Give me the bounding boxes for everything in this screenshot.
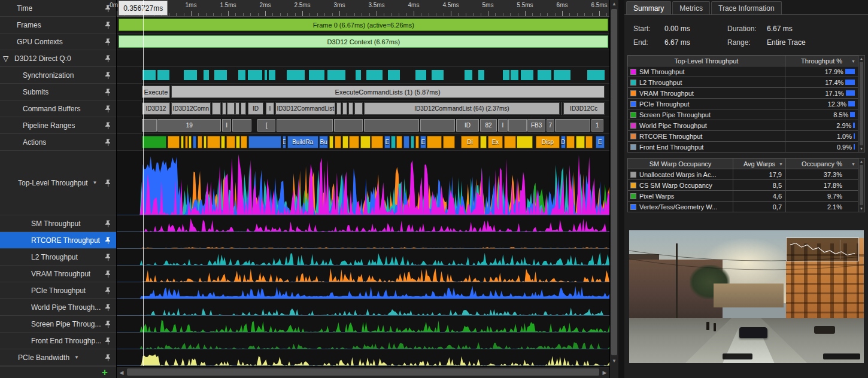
table-scroll-thumb[interactable] [860, 165, 863, 205]
act-segment[interactable] [185, 136, 188, 148]
pipe-segment[interactable] [508, 119, 526, 132]
pipe-segment[interactable]: 82 [480, 119, 497, 132]
act-segment[interactable] [241, 136, 247, 148]
act-segment[interactable] [226, 136, 235, 148]
vram-throughput-chart[interactable] [117, 266, 609, 282]
cmd-segment[interactable]: ID3D12CommandList (64) (2.37ms) [364, 102, 560, 115]
throughput-row[interactable]: VRAM Throughput17.1% [628, 88, 858, 99]
occupancy-row[interactable]: Unallocated Warps in Ac...17,937.3% [628, 169, 858, 180]
throughput-row[interactable]: Front End Throughput0.9% [628, 142, 858, 153]
throughput-table-col1-header[interactable]: Top-Level Throughput [628, 56, 785, 66]
dropdown-caret-icon[interactable]: ▼ [93, 180, 98, 185]
act-segment[interactable] [335, 136, 342, 148]
cmd-segment[interactable] [222, 102, 226, 115]
vertical-scroll-thumb[interactable] [611, 9, 617, 355]
pin-icon[interactable] [105, 236, 111, 244]
sync-range[interactable] [157, 70, 169, 80]
add-metric-button[interactable]: + [102, 367, 108, 377]
pin-icon[interactable] [105, 353, 111, 361]
tab-metrics[interactable]: Metrics [672, 1, 710, 14]
sidebar-item-pipeline-ranges[interactable]: Pipeline Ranges [0, 117, 116, 134]
table-scroll-down-icon[interactable]: ▼ [858, 146, 864, 152]
front-end-chart[interactable] [117, 333, 609, 349]
pipe-segment[interactable]: 19 [157, 119, 221, 132]
act-segment[interactable] [198, 136, 202, 148]
scroll-up-icon[interactable]: ▲ [610, 0, 618, 8]
cmd-segment[interactable]: I [266, 102, 275, 115]
throughput-row[interactable]: L2 Throughput17.4% [628, 77, 858, 88]
act-segment[interactable]: Di [461, 136, 479, 148]
act-segment[interactable] [391, 136, 395, 148]
pin-icon[interactable] [105, 179, 111, 187]
pipe-segment[interactable]: I [222, 119, 231, 132]
act-segment[interactable]: E [596, 136, 605, 148]
sync-range[interactable] [478, 70, 484, 80]
sidebar-item-pcie-throughput[interactable]: PCIe Throughput [0, 282, 116, 299]
act-segment[interactable]: BuildRa [287, 136, 318, 148]
pipe-segment[interactable]: ID [456, 119, 479, 132]
pin-icon[interactable] [105, 270, 111, 278]
l2-throughput-chart[interactable] [117, 249, 609, 266]
occupancy-table-col3-header[interactable]: Occupancy %▼ [786, 158, 858, 169]
vertical-scrollbar[interactable]: ▲ ▼ [609, 0, 618, 378]
throughput-table-col2-header[interactable]: Throughput %▼ [785, 56, 858, 66]
tab-trace-information[interactable]: Trace Information [711, 1, 782, 14]
act-segment[interactable] [349, 136, 359, 148]
sync-range[interactable] [327, 70, 345, 80]
table-scroll-up-icon[interactable]: ▲ [858, 56, 864, 62]
pin-icon[interactable] [105, 54, 111, 62]
act-segment[interactable] [207, 136, 220, 148]
act-segment[interactable]: E [420, 136, 426, 148]
sub-segment[interactable]: ExecuteCommandLists (1) (5.87ms) [171, 86, 605, 98]
table-scroll-down-icon[interactable]: ▼ [858, 206, 864, 212]
pipe-segment[interactable]: 7 [547, 119, 554, 132]
cmd-segment[interactable]: ID3D12CommandList [275, 102, 335, 115]
cmd-segment[interactable]: ID [248, 102, 263, 115]
sidebar-item-sm-throughput[interactable]: SM Throughput [0, 215, 116, 232]
world-pipe-chart[interactable] [117, 299, 609, 316]
act-segment[interactable] [181, 136, 184, 148]
pin-icon[interactable] [105, 21, 111, 29]
sync-range[interactable] [432, 70, 444, 80]
sync-range[interactable] [238, 70, 245, 80]
pin-icon[interactable] [105, 320, 111, 328]
occupancy-row[interactable]: CS SM Warp Occupancy8,517.8% [628, 180, 858, 191]
pipe-segment[interactable]: 1 [591, 119, 604, 132]
sync-range[interactable] [142, 70, 156, 80]
pin-icon[interactable] [105, 38, 111, 45]
expander-icon[interactable]: ▽ [3, 54, 8, 63]
pipe-segment[interactable] [555, 119, 590, 132]
act-segment[interactable] [193, 136, 197, 148]
pin-icon[interactable] [105, 71, 111, 79]
dropdown-caret-icon[interactable]: ▼ [74, 355, 79, 360]
pin-icon[interactable] [105, 88, 111, 96]
pipe-segment[interactable] [364, 119, 419, 132]
act-segment[interactable] [168, 136, 180, 148]
sidebar-item-submits[interactable]: Submits [0, 84, 116, 100]
sidebar-item-vram-throughput[interactable]: VRAM Throughput [0, 266, 116, 282]
sidebar-item-command-buffers[interactable]: Command Buffers [0, 100, 116, 117]
sync-range[interactable] [248, 70, 262, 80]
throughput-row[interactable]: SM Throughput17.9% [628, 66, 858, 77]
scroll-right-icon[interactable]: ▶ [600, 367, 609, 378]
pin-icon[interactable] [105, 303, 111, 311]
occupancy-table-scrollbar[interactable]: ▲ ▼ [858, 158, 865, 212]
sync-range[interactable] [204, 70, 210, 80]
sidebar-item-time[interactable]: Time [0, 0, 116, 17]
sync-range[interactable] [184, 70, 198, 80]
sync-range[interactable] [465, 70, 472, 80]
act-segment[interactable] [443, 136, 455, 148]
act-segment[interactable] [504, 136, 516, 148]
act-segment[interactable] [329, 136, 333, 148]
pin-icon[interactable] [105, 286, 111, 294]
screen-pipe-chart[interactable] [117, 316, 609, 333]
act-segment[interactable] [415, 136, 420, 148]
throughput-row[interactable]: RTCORE Throughput1.0% [628, 131, 858, 142]
sync-range[interactable] [309, 70, 324, 80]
cmd-segment[interactable] [348, 102, 353, 115]
cmd-segment[interactable] [336, 102, 341, 115]
cmd-segment[interactable] [561, 102, 562, 115]
act-segment[interactable] [517, 136, 532, 148]
sidebar-item-d3d12-direct-q-0[interactable]: ▽D3D12 Direct Q:0 [0, 50, 116, 67]
act-segment[interactable] [342, 136, 348, 148]
